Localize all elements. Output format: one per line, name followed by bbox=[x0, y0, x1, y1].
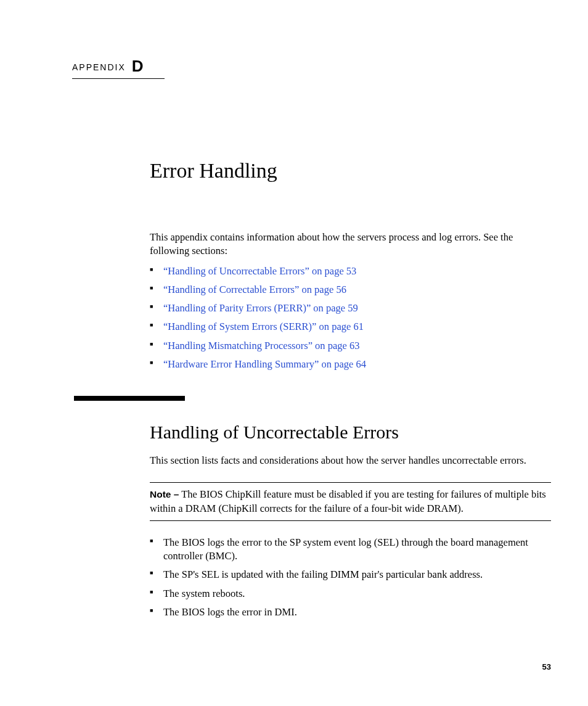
list-item: “Handling of Parity Errors (PERR)” on pa… bbox=[150, 302, 551, 315]
section-divider-rule bbox=[74, 396, 185, 401]
section-title: Handling of Uncorrectable Errors bbox=[150, 422, 551, 443]
list-item: “Hardware Error Handling Summary” on pag… bbox=[150, 358, 551, 371]
note-body: The BIOS ChipKill feature must be disabl… bbox=[150, 488, 546, 514]
page-number: 53 bbox=[542, 662, 551, 671]
list-item: The BIOS logs the error in DMI. bbox=[150, 605, 551, 619]
fact-list: The BIOS logs the error to the SP system… bbox=[150, 536, 551, 619]
note-box: Note – The BIOS ChipKill feature must be… bbox=[150, 482, 551, 521]
list-item: The BIOS logs the error to the SP system… bbox=[150, 536, 551, 564]
list-item: The SP's SEL is updated with the failing… bbox=[150, 568, 551, 581]
xref-link[interactable]: “Handling of System Errors (SERR)” on pa… bbox=[163, 321, 364, 332]
appendix-letter: D bbox=[132, 57, 144, 75]
xref-link[interactable]: “Hardware Error Handling Summary” on pag… bbox=[163, 358, 366, 370]
section-intro: This section lists facts and considerati… bbox=[150, 454, 551, 467]
intro-paragraph: This appendix contains information about… bbox=[150, 231, 551, 258]
note-label: Note – bbox=[150, 489, 179, 499]
appendix-label: APPENDIX bbox=[72, 62, 126, 72]
appendix-header: APPENDIX D bbox=[72, 57, 165, 79]
list-item: “Handling Mismatching Processors” on pag… bbox=[150, 339, 551, 353]
xref-link[interactable]: “Handling of Parity Errors (PERR)” on pa… bbox=[163, 302, 358, 314]
list-item: The system reboots. bbox=[150, 587, 551, 601]
xref-link[interactable]: “Handling of Uncorrectable Errors” on pa… bbox=[163, 265, 356, 277]
cross-reference-list: “Handling of Uncorrectable Errors” on pa… bbox=[150, 265, 551, 372]
list-item: “Handling of Uncorrectable Errors” on pa… bbox=[150, 265, 551, 278]
xref-link[interactable]: “Handling Mismatching Processors” on pag… bbox=[163, 340, 359, 351]
list-item: “Handling of System Errors (SERR)” on pa… bbox=[150, 320, 551, 334]
chapter-title: Error Handling bbox=[150, 159, 551, 183]
xref-link[interactable]: “Handling of Correctable Errors” on page… bbox=[163, 284, 346, 295]
list-item: “Handling of Correctable Errors” on page… bbox=[150, 283, 551, 297]
